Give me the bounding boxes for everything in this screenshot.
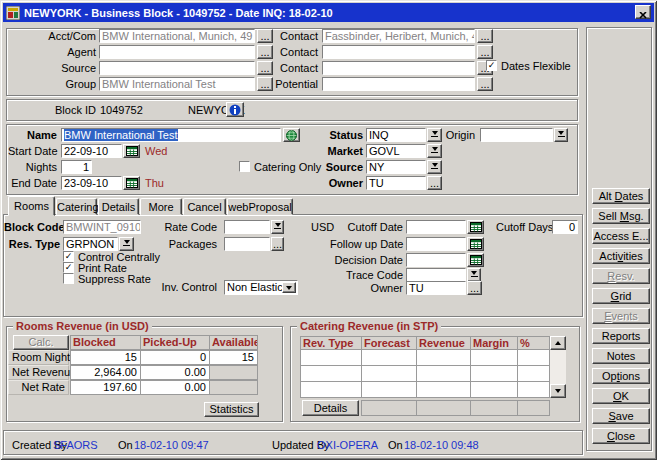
status-field[interactable]: INQ [366,128,426,142]
decision-date-calendar-button[interactable] [467,253,484,267]
scroll-down-button[interactable] [550,384,566,398]
catering-cell[interactable] [361,381,417,398]
scroll-up-button[interactable] [550,336,566,350]
resv-button[interactable]: Resv. [592,268,650,284]
rate-code-field[interactable] [224,220,270,234]
room-nights-available[interactable]: 15 [209,350,258,365]
cutoff-date-calendar-button[interactable] [467,220,484,234]
contact-2-browse-button[interactable]: ... [477,45,493,59]
catering-only-checkbox[interactable] [239,161,250,172]
room-nights-picked-up[interactable]: 0 [140,350,210,365]
owner-browse-button[interactable]: ... [427,176,442,190]
agent-field[interactable] [99,45,255,59]
tab-more[interactable]: More [140,198,182,215]
contact-2-field[interactable] [322,45,475,59]
dates-flexible-checkbox[interactable]: ✓ [486,60,497,71]
access-e-button[interactable]: Access E... [592,228,650,244]
suppress-rate-checkbox[interactable] [63,273,74,284]
packages-field[interactable] [224,237,270,251]
end-date-field[interactable]: 23-09-10 [61,176,122,190]
catering-cell[interactable] [300,365,362,382]
alt-dates-button[interactable]: Alt Dates [592,188,650,204]
block-code-field[interactable]: BMWINT_0910 [63,220,141,234]
start-date-calendar-button[interactable] [123,144,140,158]
net-revenue-blocked[interactable]: 2,964.00 [70,365,141,380]
tab-details[interactable]: Details [98,198,139,215]
catering-cell[interactable] [470,381,518,398]
end-date-calendar-button[interactable] [123,176,140,190]
catering-cell[interactable] [300,381,362,398]
name-field[interactable]: BMW International Test [61,128,281,142]
tab-owner-field[interactable]: TU [406,281,466,295]
net-revenue-picked-up[interactable]: 0.00 [140,365,210,380]
source-dd-field[interactable]: NY [366,160,426,174]
nights-field[interactable]: 1 [61,160,92,174]
potential-field[interactable] [322,77,475,91]
reports-button[interactable]: Reports [592,328,650,344]
options-button[interactable]: Options [592,368,650,384]
control-centrally-checkbox[interactable]: ✓ [63,251,74,262]
market-field[interactable]: GOVL [366,144,426,158]
activities-button[interactable]: Activities [592,248,650,264]
rate-code-lov-button[interactable] [271,220,284,234]
catering-cell[interactable] [416,365,471,382]
catering-cell[interactable] [470,365,518,382]
events-button[interactable]: Events [592,308,650,324]
catering-cell[interactable] [416,381,471,398]
catering-cell[interactable] [361,349,417,366]
res-type-lov-button[interactable] [119,237,134,251]
print-rate-checkbox[interactable]: ✓ [63,262,74,273]
tab-owner-browse-button[interactable]: ... [467,281,482,295]
notes-button[interactable]: Notes [592,348,650,364]
group-field[interactable]: BMW International Test [99,77,255,91]
market-lov-button[interactable] [427,144,442,158]
property-info-button[interactable] [226,102,244,117]
packages-browse-button[interactable]: ... [271,237,284,251]
owner-field[interactable]: TU [366,176,426,190]
tab-rooms[interactable]: Rooms [8,196,55,216]
net-rate-blocked[interactable]: 197.60 [70,380,141,395]
start-date-field[interactable]: 22-09-10 [61,144,122,158]
cutoff-date-field[interactable] [406,220,466,234]
catering-cell[interactable] [470,349,518,366]
trace-code-lov-button[interactable] [467,268,481,282]
cutoff-days-field[interactable]: 0 [552,220,578,234]
sell-msg-button[interactable]: Sell Msg. [592,208,650,224]
catering-cell[interactable] [361,365,417,382]
acct-com-field[interactable]: BMW International, Munich, 49 8 215 6 [99,29,255,43]
inv-control-combo[interactable]: Non Elastic [224,280,298,295]
follow-up-date-calendar-button[interactable] [467,237,484,251]
catering-cell[interactable] [300,349,362,366]
res-type-field[interactable]: GRPNON [63,237,118,251]
room-nights-blocked[interactable]: 15 [70,350,141,365]
calc-button[interactable]: Calc. [13,335,69,350]
trace-code-field[interactable] [406,268,466,282]
tab-catering[interactable]: Catering [56,198,97,215]
potential-browse-button[interactable]: ... [477,77,493,91]
grid-button[interactable]: Grid [592,288,650,304]
contact-3-field[interactable] [322,61,475,75]
name-translate-button[interactable] [283,128,300,142]
follow-up-date-field[interactable] [406,237,466,251]
catering-cell[interactable] [517,349,550,366]
decision-date-field[interactable] [406,253,466,267]
ok-button[interactable]: OK [592,388,650,404]
tab-cancel[interactable]: Cancel [183,198,226,215]
source-field[interactable] [99,61,255,75]
catering-cell[interactable] [517,381,550,398]
contact-1-browse-button[interactable]: ... [477,29,493,43]
origin-field[interactable] [480,128,553,142]
contact-1-field[interactable]: Fassbinder, Heribert, Munich, 49 8 125 [322,29,475,43]
catering-cell[interactable] [517,365,550,382]
net-rate-picked-up[interactable]: 0.00 [140,380,210,395]
save-button[interactable]: Save [592,408,650,424]
close-window-button[interactable] [635,5,651,19]
origin-lov-button[interactable] [554,128,568,142]
tab-webproposal[interactable]: webProposal [227,198,293,215]
details-button[interactable]: Details [302,400,359,416]
close-button[interactable]: Close [592,428,650,444]
source-lov-button[interactable] [427,160,442,174]
statistics-button[interactable]: Statistics [204,402,259,417]
combo-dropdown-button[interactable] [282,282,296,293]
catering-cell[interactable] [416,349,471,366]
